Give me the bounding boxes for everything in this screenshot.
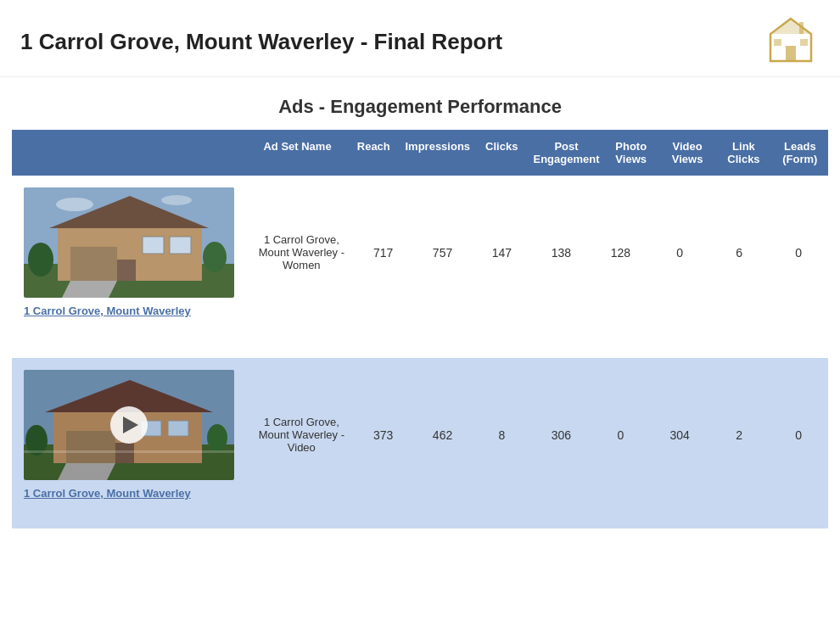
svg-rect-31 [24,450,234,453]
svg-rect-2 [786,46,796,61]
play-triangle-icon [123,416,138,433]
row-1-clicks: 147 [473,243,532,263]
row-2-post-engagement: 306 [531,425,591,445]
row-2-media-label[interactable]: 1 Carrol Grove, Mount Waverley [24,487,191,500]
table-row-1: 1 Carrol Grove, Mount Waverley 1 Carrol … [12,176,828,346]
row-1-reach: 717 [354,243,413,263]
play-button[interactable] [110,406,148,444]
svg-text:ELITE: ELITE [785,64,798,64]
page-title: 1 Carrol Grove, Mount Waverley - Final R… [20,29,502,55]
row-1-media-label[interactable]: 1 Carrol Grove, Mount Waverley [24,305,191,317]
row-2-link-clicks: 2 [709,425,769,445]
row-2-ad-set-name: 1 Carrol Grove, Mount Waverley - Video [249,412,354,457]
row-2-reach: 373 [354,425,413,445]
svg-rect-27 [168,421,188,436]
row-2-clicks: 8 [473,425,532,445]
svg-point-16 [28,243,53,277]
logo-icon: ELITE [762,15,820,64]
svg-marker-28 [58,463,115,480]
row-2-cells: 1 Carrol Grove, Mount Waverley - Video 3… [249,358,828,511]
svg-rect-5 [799,22,804,34]
row-1-cells: 1 Carrol Grove, Mount Waverley - Women 7… [249,176,828,329]
row-1-leads-form: 0 [769,243,828,263]
header-photo-views: Photo Views [602,138,658,167]
row-2-leads-form: 0 [769,425,828,445]
svg-point-30 [207,424,227,451]
header-post-engagement: Post Engagement [529,138,602,167]
section-title: Ads - Engagement Performance [0,77,840,130]
svg-rect-13 [143,237,164,254]
row-1-content: 1 Carrol Grove, Mount Waverley 1 Carrol … [12,176,828,329]
row-2-media: 1 Carrol Grove, Mount Waverley [12,358,249,511]
svg-marker-1 [770,19,811,34]
svg-point-19 [161,195,192,205]
row-2-photo-views: 0 [591,425,650,445]
house-image-svg [24,187,234,298]
svg-rect-12 [117,260,136,281]
row-2-impressions: 462 [413,425,473,445]
header-link-clicks: Link Clicks [715,138,771,167]
row-1-photo-views: 128 [591,243,650,263]
row-1-media: 1 Carrol Grove, Mount Waverley [12,176,249,329]
header-ad-set-name: Ad Set Name [249,138,345,167]
row-2-image [24,370,234,480]
header-leads-form: Leads (Form) [772,138,828,167]
svg-rect-3 [774,39,781,46]
header-impressions: Impressions [401,138,473,167]
header-reach: Reach [345,138,401,167]
svg-rect-14 [170,237,191,254]
table-header: Ad Set Name Reach Impressions Clicks Pos… [12,130,828,176]
svg-marker-15 [62,281,117,298]
svg-rect-24 [66,431,115,463]
svg-point-17 [203,242,227,272]
row-1-impressions: 757 [413,243,473,263]
row-1-post-engagement: 138 [531,243,591,263]
header-clicks: Clicks [473,138,529,167]
row-1-video-views: 0 [650,243,709,263]
row-1-ad-set-name: 1 Carrol Grove, Mount Waverley - Women [249,230,354,275]
svg-point-18 [56,198,93,211]
svg-rect-4 [800,39,808,46]
row-1-link-clicks: 6 [709,243,769,263]
row-2-video-views: 304 [650,425,709,445]
table-row-2: 1 Carrol Grove, Mount Waverley 1 Carrol … [12,358,828,528]
header-empty [12,138,249,167]
logo-container: ELITE [762,15,820,68]
header-video-views: Video Views [659,138,715,167]
row-2-content: 1 Carrol Grove, Mount Waverley 1 Carrol … [12,358,828,511]
svg-rect-11 [70,247,117,281]
row-1-image [24,187,234,298]
page-header: 1 Carrol Grove, Mount Waverley - Final R… [0,0,840,77]
